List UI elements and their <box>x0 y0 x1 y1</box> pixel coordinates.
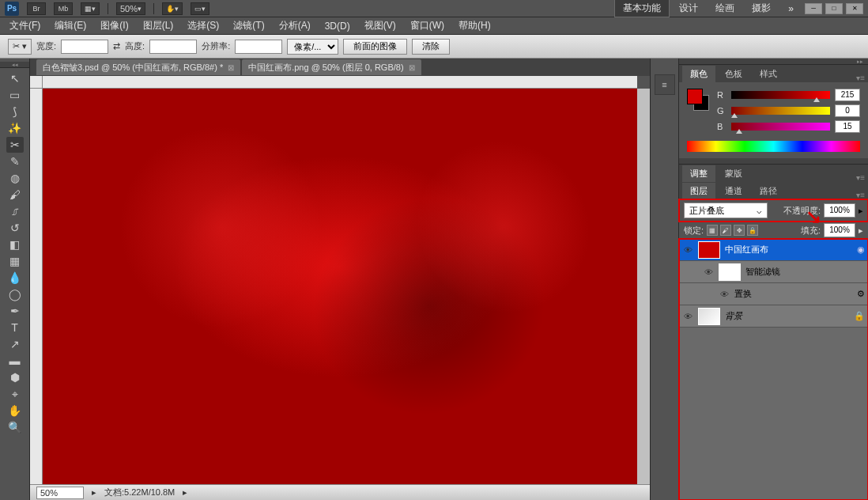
panel-menu-icon[interactable]: ▾≡ <box>853 191 868 199</box>
ruler-vertical[interactable] <box>30 89 43 484</box>
bridge-button[interactable]: Br <box>27 2 46 15</box>
layer-item[interactable]: 👁 中国红画布 ◉ <box>679 239 868 261</box>
menu-layer[interactable]: 图层(L) <box>137 17 180 34</box>
menu-edit[interactable]: 编辑(E) <box>48 17 92 34</box>
eyedropper-tool[interactable]: ✎ <box>6 153 24 169</box>
lock-all-icon[interactable]: 🔒 <box>747 225 758 236</box>
workspace-basic[interactable]: 基本功能 <box>614 0 670 17</box>
crop-tool-icon[interactable]: ✂ ▾ <box>8 39 32 55</box>
document-tab-1[interactable]: 白色褶皱3.psd @ 50% (中国红画布, RGB/8#) *⊠ <box>36 59 240 75</box>
menu-file[interactable]: 文件(F) <box>3 17 47 34</box>
layer-item[interactable]: 👁 智能滤镜 <box>679 261 868 283</box>
screen-mode-button[interactable]: ▦▾ <box>81 2 100 15</box>
tab-masks[interactable]: 蒙版 <box>717 165 750 182</box>
history-brush-tool[interactable]: ↺ <box>6 220 24 236</box>
width-input[interactable] <box>61 40 108 54</box>
workspace-photo[interactable]: 摄影 <box>744 0 779 17</box>
document-tab-2[interactable]: 中国红画布.png @ 50% (图层 0, RGB/8)⊠ <box>242 59 421 75</box>
crop-tool[interactable]: ✂ <box>6 137 24 153</box>
resolution-input[interactable] <box>235 40 282 54</box>
tab-color[interactable]: 颜色 <box>682 66 715 82</box>
camera-tool[interactable]: ⌖ <box>6 386 24 402</box>
arrange-button[interactable]: ▭▾ <box>191 2 209 15</box>
wand-tool[interactable]: ✨ <box>6 120 24 136</box>
workspace-design[interactable]: 设计 <box>671 0 706 17</box>
zoom-tool[interactable]: 🔍 <box>6 419 24 435</box>
toolbar-collapse[interactable]: ◂◂ <box>0 62 29 68</box>
layer-name[interactable]: 智能滤镜 <box>745 266 780 278</box>
tab-channels[interactable]: 通道 <box>717 183 750 199</box>
status-menu-icon[interactable]: ▸ <box>183 487 187 498</box>
b-value[interactable]: 15 <box>835 120 860 133</box>
lock-position-icon[interactable]: ✥ <box>734 225 745 236</box>
visibility-icon[interactable]: 👁 <box>703 267 714 278</box>
path-tool[interactable]: ↗ <box>6 336 24 352</box>
b-slider[interactable] <box>731 123 830 131</box>
menu-analysis[interactable]: 分析(A) <box>273 17 317 34</box>
visibility-icon[interactable]: 👁 <box>682 311 693 322</box>
panel-menu-icon[interactable]: ▾≡ <box>853 74 868 82</box>
unit-select[interactable]: 像素/... <box>287 39 338 55</box>
menu-help[interactable]: 帮助(H) <box>452 17 497 34</box>
zoom-level-button[interactable]: 50% ▾ <box>116 2 145 15</box>
scrollbar-vertical[interactable] <box>637 89 650 484</box>
filter-mask-thumbnail[interactable] <box>719 263 741 281</box>
height-input[interactable] <box>149 40 197 54</box>
menu-window[interactable]: 窗口(W) <box>404 17 451 34</box>
g-value[interactable]: 0 <box>835 104 860 117</box>
layer-item[interactable]: 👁 置换 ⚙ <box>679 283 868 305</box>
foreground-background-swatch[interactable] <box>687 89 711 112</box>
fill-input[interactable]: 100% <box>824 223 855 237</box>
minimize-button[interactable]: ─ <box>805 3 822 14</box>
g-slider[interactable] <box>731 107 830 115</box>
tab-layers[interactable]: 图层 <box>682 183 715 199</box>
panel-collapse-2[interactable] <box>679 158 868 165</box>
blur-tool[interactable]: 💧 <box>6 270 24 286</box>
stamp-tool[interactable]: ⎎ <box>6 203 24 219</box>
eraser-tool[interactable]: ◧ <box>6 237 24 252</box>
swap-icon[interactable]: ⇄ <box>113 41 120 51</box>
hand-tool[interactable]: ✋ <box>6 403 24 419</box>
gradient-tool[interactable]: ▦ <box>6 253 24 269</box>
color-spectrum[interactable] <box>687 141 860 152</box>
fill-arrow-icon[interactable]: ▸ <box>859 225 863 236</box>
r-value[interactable]: 215 <box>835 89 860 101</box>
workspace-more[interactable]: » <box>780 2 802 16</box>
dodge-tool[interactable]: ◯ <box>6 286 24 302</box>
close-icon[interactable]: ⊠ <box>409 63 415 72</box>
tab-swatches[interactable]: 色板 <box>717 66 750 82</box>
visibility-icon[interactable]: 👁 <box>719 289 730 300</box>
3d-tool[interactable]: ⬢ <box>6 369 24 385</box>
status-zoom-input[interactable]: 50% <box>36 487 84 499</box>
ruler-horizontal[interactable] <box>43 76 637 89</box>
hand-tool-button[interactable]: ✋▾ <box>162 2 183 15</box>
layer-name[interactable]: 中国红画布 <box>725 244 768 256</box>
minibridge-button[interactable]: Mb <box>54 2 73 15</box>
opacity-arrow-icon[interactable]: ▸ <box>859 206 863 216</box>
status-arrow-icon[interactable]: ▸ <box>92 487 96 498</box>
lasso-tool[interactable]: ⟆ <box>6 104 24 119</box>
canvas[interactable] <box>43 89 637 484</box>
layer-thumbnail[interactable] <box>698 308 720 325</box>
lock-pixels-icon[interactable]: 🖌 <box>720 225 731 236</box>
menu-3d[interactable]: 3D(D) <box>319 19 357 33</box>
menu-view[interactable]: 视图(V) <box>358 17 402 34</box>
panel-collapse[interactable]: ▸▸ <box>679 59 868 65</box>
r-slider[interactable] <box>731 91 830 99</box>
lock-transparency-icon[interactable]: ▦ <box>707 225 718 236</box>
tab-adjustments[interactable]: 调整 <box>682 165 715 182</box>
filter-options-icon[interactable]: ⚙ <box>857 289 865 299</box>
clear-button[interactable]: 清除 <box>412 39 450 55</box>
tab-styles[interactable]: 样式 <box>752 66 785 82</box>
menu-filter[interactable]: 滤镜(T) <box>227 17 270 34</box>
history-panel-icon[interactable]: ≡ <box>655 74 675 95</box>
shape-tool[interactable]: ▬ <box>6 353 24 369</box>
visibility-icon[interactable]: 👁 <box>682 244 693 256</box>
healing-tool[interactable]: ◍ <box>6 170 24 186</box>
close-icon[interactable]: ⊠ <box>228 63 234 72</box>
front-image-button[interactable]: 前面的图像 <box>343 39 407 55</box>
menu-image[interactable]: 图像(I) <box>94 17 134 34</box>
pen-tool[interactable]: ✒ <box>6 303 24 319</box>
close-button[interactable]: ✕ <box>846 3 863 14</box>
layer-name[interactable]: 置换 <box>734 288 752 300</box>
